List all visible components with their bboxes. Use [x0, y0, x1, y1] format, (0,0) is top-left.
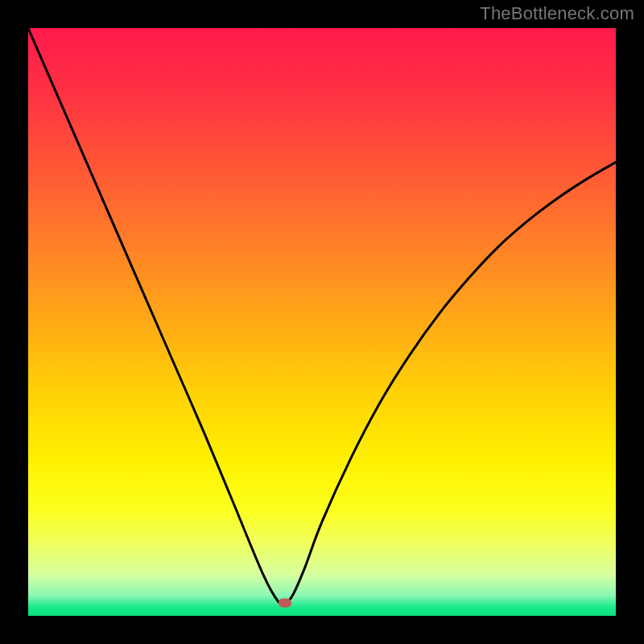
chart-frame: TheBottleneck.com: [0, 0, 644, 644]
plot-area: [28, 28, 616, 616]
curve-line: [28, 28, 616, 616]
bottleneck-marker: [279, 599, 291, 608]
watermark-text: TheBottleneck.com: [480, 3, 634, 24]
